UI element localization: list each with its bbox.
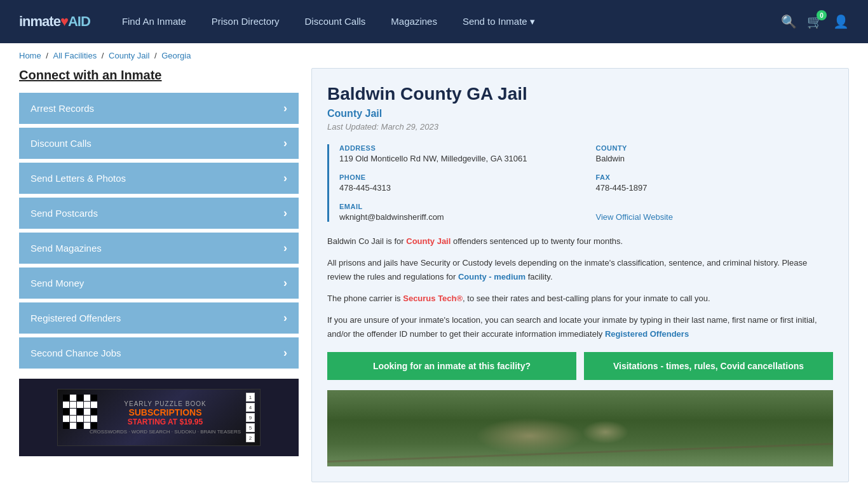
sidebar-menu: Arrest Records › Discount Calls › Send L… [19, 93, 299, 369]
main-nav: Find An Inmate Prison Directory Discount… [122, 16, 762, 27]
last-updated: Last Updated: March 29, 2023 [327, 122, 833, 132]
arrow-icon-7: › [283, 346, 287, 360]
facility-description: Baldwin Co Jail is for County Jail offen… [327, 234, 833, 342]
desc-para-2: All prisons and jails have Security or C… [327, 256, 833, 284]
facility-content: Baldwin County GA Jail County Jail Last … [311, 68, 849, 482]
user-icon[interactable]: 👤 [833, 14, 849, 29]
breadcrumb-sep1: / [46, 51, 50, 60]
county-medium-link[interactable]: County - medium [458, 272, 526, 281]
email-section: EMAIL wknight@baldwinsheriff.com [339, 203, 577, 222]
search-icon[interactable]: 🔍 [781, 14, 797, 29]
ad-line2: SUBSCRIPTIONS [90, 407, 241, 417]
website-section: View Official Website [596, 203, 834, 222]
sidebar-item-arrest-records[interactable]: Arrest Records › [19, 93, 299, 124]
arrow-icon-4: › [283, 241, 287, 255]
logo-text: inmate♥AID [19, 13, 90, 30]
arrow-icon-5: › [283, 276, 287, 290]
arrow-icon-1: › [283, 137, 287, 150]
breadcrumb-home[interactable]: Home [19, 51, 41, 60]
sidebar-item-send-postcards[interactable]: Send Postcards › [19, 198, 299, 229]
phone-section: PHONE 478-445-4313 [339, 173, 577, 193]
sidebar-title: Connect with an Inmate [19, 68, 299, 83]
aerial-overlay [327, 390, 833, 466]
county-value: Baldwin [596, 154, 834, 163]
logo[interactable]: inmate♥AID [19, 13, 90, 30]
county-jail-link-1[interactable]: County Jail [406, 236, 451, 246]
desc-para-4: If you are unsure of your inmate's locat… [327, 313, 833, 341]
facility-title: Baldwin County GA Jail [327, 84, 833, 104]
sidebar-label-send-magazines: Send Magazines [31, 243, 102, 254]
sidebar-label-registered-offenders: Registered Offenders [31, 313, 121, 323]
fax-label: FAX [596, 173, 834, 181]
phone-value: 478-445-4313 [339, 183, 577, 193]
sidebar: Connect with an Inmate Arrest Records › … [19, 68, 299, 482]
email-label: EMAIL [339, 203, 577, 210]
desc-para-1: Baldwin Co Jail is for County Jail offen… [327, 234, 833, 248]
header-icons: 🔍 🛒 0 👤 [781, 14, 849, 29]
ad-banner[interactable]: YEARLY PUZZLE BOOK SUBSCRIPTIONS STARTIN… [19, 379, 299, 456]
phone-label: PHONE [339, 173, 577, 181]
address-section: ADDRESS 119 Old Monticello Rd NW, Milled… [339, 144, 577, 163]
website-label [596, 203, 834, 210]
sidebar-label-discount-calls: Discount Calls [31, 138, 92, 149]
address-value: 119 Old Monticello Rd NW, Milledgeville,… [339, 154, 577, 163]
website-link[interactable]: View Official Website [596, 212, 834, 222]
email-value: wknight@baldwinsheriff.com [339, 212, 577, 222]
breadcrumb-all-facilities[interactable]: All Facilities [53, 51, 97, 60]
sidebar-item-registered-offenders[interactable]: Registered Offenders › [19, 302, 299, 334]
looking-for-inmate-button[interactable]: Looking for an inmate at this facility? [327, 352, 576, 380]
nav-magazines[interactable]: Magazines [391, 16, 437, 27]
county-section: COUNTY Baldwin [596, 144, 834, 163]
breadcrumb: Home / All Facilities / County Jail / Ge… [0, 43, 868, 68]
action-buttons: Looking for an inmate at this facility? … [327, 352, 833, 380]
securus-link[interactable]: Securus Tech® [403, 294, 463, 303]
sidebar-item-send-magazines[interactable]: Send Magazines › [19, 233, 299, 264]
nav-send-to-inmate[interactable]: Send to Inmate ▾ [463, 16, 535, 27]
sidebar-item-discount-calls[interactable]: Discount Calls › [19, 128, 299, 159]
ad-number-column: 1 4 9 5 2 [246, 393, 255, 442]
sidebar-label-arrest-records: Arrest Records [31, 103, 94, 114]
sidebar-label-send-money: Send Money [31, 278, 84, 288]
desc-para-3: The phone carrier is Securus Tech®, to s… [327, 292, 833, 306]
breadcrumb-sep2: / [102, 51, 106, 60]
breadcrumb-county-jail[interactable]: County Jail [109, 51, 149, 60]
county-label: COUNTY [596, 144, 834, 152]
fax-value: 478-445-1897 [596, 183, 834, 193]
registered-offenders-link[interactable]: Registered Offenders [605, 329, 689, 339]
ad-line1: YEARLY PUZZLE BOOK [90, 400, 241, 407]
main-layout: Connect with an Inmate Arrest Records › … [0, 68, 868, 488]
nav-discount-calls[interactable]: Discount Calls [304, 16, 365, 27]
sidebar-item-send-money[interactable]: Send Money › [19, 268, 299, 299]
sidebar-item-second-chance-jobs[interactable]: Second Chance Jobs › [19, 337, 299, 369]
arrow-icon-6: › [283, 311, 287, 325]
nav-find-inmate[interactable]: Find An Inmate [122, 16, 186, 27]
fax-section: FAX 478-445-1897 [596, 173, 834, 193]
facility-aerial-image [327, 390, 833, 466]
cart-badge: 0 [817, 10, 827, 20]
cart-icon[interactable]: 🛒 0 [807, 14, 823, 29]
sidebar-label-second-chance-jobs: Second Chance Jobs [31, 348, 121, 358]
arrow-icon-3: › [283, 207, 287, 220]
breadcrumb-sep3: / [154, 51, 159, 60]
site-header: inmate♥AID Find An Inmate Prison Directo… [0, 0, 868, 43]
nav-prison-directory[interactable]: Prison Directory [212, 16, 280, 27]
breadcrumb-georgia[interactable]: Georgia [161, 51, 191, 60]
ad-line3: STARTING AT $19.95 [90, 417, 241, 426]
arrow-icon-2: › [283, 172, 287, 185]
visitation-button[interactable]: Visitations - times, rules, Covid cancel… [584, 352, 833, 380]
sidebar-label-send-letters: Send Letters & Photos [31, 173, 126, 184]
facility-type: County Jail [327, 108, 833, 119]
sidebar-label-send-postcards: Send Postcards [31, 208, 98, 219]
facility-info-grid: ADDRESS 119 Old Monticello Rd NW, Milled… [327, 144, 833, 222]
ad-line4: CROSSWORDS · WORD SEARCH · SUDOKU · BRAI… [90, 429, 241, 435]
address-label: ADDRESS [339, 144, 577, 152]
arrow-icon-0: › [283, 102, 287, 115]
sidebar-item-send-letters[interactable]: Send Letters & Photos › [19, 163, 299, 194]
